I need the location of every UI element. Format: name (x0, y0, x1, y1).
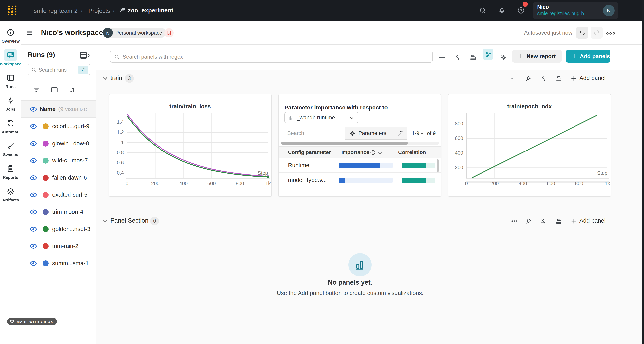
redo-button[interactable] (591, 27, 602, 38)
scrollbar-thumb[interactable] (281, 142, 408, 144)
vertical-scrollbar[interactable] (436, 159, 439, 187)
eye-icon[interactable] (30, 244, 37, 249)
section-more-icon[interactable] (511, 75, 518, 82)
x-axis-icon[interactable] (540, 75, 547, 82)
config-parameter-name: Runtime (288, 162, 310, 168)
undo-button[interactable] (576, 27, 588, 38)
filter-icon[interactable] (33, 86, 40, 94)
run-row[interactable]: trim-moon-4 (21, 204, 96, 220)
info-icon (370, 150, 376, 155)
correlation-bar (402, 178, 435, 183)
run-row[interactable]: exalted-surf-5 (21, 186, 96, 204)
panel-epoch-ndx[interactable]: train/epoch_ndx 200400600800020040060080… (448, 94, 611, 197)
sort-icon[interactable] (68, 86, 76, 94)
user-team: smle-registries-bug-b... (537, 10, 614, 17)
rail-item-workspace[interactable]: Workspace (0, 49, 21, 66)
add-panels-button[interactable]: Add panels (566, 50, 610, 62)
rail-item-automations[interactable]: Automat. (0, 117, 21, 134)
run-name: colorfu...gurt-9 (52, 123, 90, 130)
eye-icon[interactable] (30, 226, 37, 232)
rail-item-runs[interactable]: Runs (0, 72, 21, 89)
regex-toggle[interactable]: .* (78, 66, 88, 74)
eye-icon[interactable] (30, 124, 37, 129)
personal-workspace-badge[interactable]: N Personal workspace (103, 28, 166, 38)
section-name[interactable]: train (110, 74, 122, 82)
panel-train-loss[interactable]: train/train_loss 0.40.60.811.21.40200400… (109, 94, 272, 197)
run-row[interactable]: colorfu...gurt-9 (21, 118, 96, 135)
parameters-button[interactable]: Parameters (358, 130, 386, 136)
gear-icon[interactable] (500, 54, 507, 61)
eye-icon[interactable] (30, 261, 37, 266)
run-row[interactable]: fallen-dawn-6 (21, 169, 96, 186)
outliers-icon[interactable] (483, 49, 494, 60)
panel-parameter-importance[interactable]: Parameter importance with respect to _wa… (278, 94, 441, 197)
importance-row[interactable]: model_type.v... (279, 173, 441, 188)
more-menu-icon[interactable] (606, 30, 615, 37)
eye-icon[interactable] (30, 141, 37, 146)
svg-text:1k: 1k (266, 180, 271, 186)
run-row[interactable]: summ...sma-1 (21, 255, 96, 272)
menu-icon[interactable] (26, 29, 34, 37)
column-config-parameter[interactable]: Config parameter (288, 149, 331, 155)
rail-item-sweeps[interactable]: Sweeps (0, 140, 21, 157)
svg-text:0: 0 (126, 180, 128, 186)
wandb-logo[interactable] (7, 4, 18, 16)
pagination-range[interactable]: 1-9 (412, 130, 424, 136)
section-more-icon[interactable] (511, 218, 518, 224)
plus-icon[interactable] (570, 75, 577, 82)
rail-item-artifacts[interactable]: Artifacts (0, 185, 21, 202)
section-name[interactable]: Panel Section (110, 217, 148, 224)
breadcrumb-projects[interactable]: Projects (88, 7, 110, 14)
help-icon[interactable] (517, 6, 525, 14)
breadcrumb-team[interactable]: smle-reg-team-2 (34, 7, 78, 14)
runs-table-expand-icon[interactable] (80, 52, 90, 59)
importance-search-input[interactable]: Search (287, 130, 304, 136)
add-panel-button[interactable]: Add panel (580, 75, 606, 81)
rail-item-reports[interactable]: Reports (0, 162, 21, 180)
eye-icon[interactable] (30, 158, 37, 163)
add-panel-link[interactable]: Add panel (298, 290, 324, 297)
eye-icon[interactable] (30, 210, 37, 214)
column-importance[interactable]: Importance (341, 149, 369, 155)
eye-icon[interactable] (30, 107, 37, 112)
chevron-down-icon[interactable] (102, 76, 108, 81)
bell-icon[interactable] (498, 6, 506, 14)
run-row[interactable]: trim-rain-2 (21, 238, 96, 255)
smoothing-iron-icon[interactable] (556, 218, 562, 224)
add-panel-button[interactable]: Add panel (580, 218, 606, 224)
config-parameter-name: model_type.v... (288, 177, 327, 183)
eye-icon[interactable] (30, 192, 37, 198)
search-icon[interactable] (479, 6, 487, 14)
importance-row[interactable]: Runtime (279, 158, 441, 173)
rail-item-overview[interactable]: Overview (0, 26, 21, 44)
x-axis-icon[interactable] (540, 218, 547, 224)
run-row[interactable]: golden...nset-3 (21, 220, 96, 238)
chevron-down-icon[interactable] (102, 218, 108, 224)
plus-icon[interactable] (570, 218, 577, 224)
run-name: summ...sma-1 (52, 260, 89, 266)
more-options-icon[interactable] (438, 54, 446, 61)
run-row[interactable]: glowin...dow-8 (21, 135, 96, 152)
new-report-button[interactable]: New report (512, 50, 562, 62)
group-icon[interactable] (50, 86, 58, 94)
pin-icon[interactable] (525, 75, 532, 82)
user-card[interactable]: Nico smle-registries-bug-b... N (533, 2, 618, 19)
top-bar: smle-reg-team-2 › Projects › zoo_experim… (0, 0, 644, 21)
smoothing-iron-icon[interactable] (556, 75, 562, 82)
smoothing-iron-icon[interactable] (470, 54, 477, 61)
runs-search-input[interactable]: Search runs .* (28, 64, 90, 75)
panel-search-input[interactable]: Search panels with regex (110, 50, 432, 62)
magic-wand-icon[interactable] (398, 130, 404, 137)
metric-dropdown[interactable]: _wandb.runtime (284, 112, 358, 124)
eye-icon[interactable] (30, 175, 37, 180)
column-correlation[interactable]: Correlation (398, 149, 426, 155)
horizontal-scrollbar[interactable] (281, 142, 439, 144)
bookmark-x-icon[interactable] (164, 28, 174, 38)
pin-icon[interactable] (525, 218, 532, 224)
rail-item-jobs[interactable]: Jobs (0, 94, 21, 112)
scrollbar-thumb[interactable] (436, 159, 439, 172)
run-row[interactable]: wild-c...mos-7 (21, 152, 96, 169)
breadcrumb-project[interactable]: zoo_experiment (128, 7, 173, 14)
runs-name-header[interactable]: Name (9 visualize (21, 100, 96, 118)
x-axis-icon[interactable] (454, 54, 461, 61)
